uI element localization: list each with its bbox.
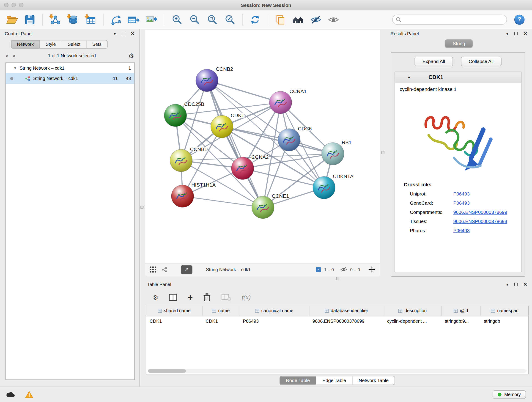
column-header[interactable]: shared name (146, 306, 202, 316)
zoom-fit-button[interactable] (204, 12, 220, 27)
first-neighbors-button[interactable] (290, 12, 306, 27)
save-session-button[interactable] (22, 12, 38, 27)
column-header[interactable]: namespac (481, 306, 529, 316)
expand-all-networks-icon[interactable]: « (4, 54, 10, 57)
network-row[interactable]: String Network – cdk1 11 48 (6, 73, 134, 84)
column-header[interactable]: canonical name (239, 306, 309, 316)
export-table-button[interactable] (126, 12, 142, 27)
crosslink-link[interactable]: 9606.ENSP00000378699 (453, 210, 507, 215)
network-node-CDC25B[interactable] (164, 104, 187, 127)
cell-shared-name[interactable]: CDK1 (146, 316, 202, 326)
horizontal-scrollbar[interactable] (148, 369, 527, 373)
crosslink-link[interactable]: P06493 (453, 191, 469, 197)
crosslink-link[interactable]: 9606.ENSP00000378699 (453, 219, 507, 224)
crosslink-link[interactable]: P06493 (453, 228, 469, 233)
panel-dock-icon[interactable]: ▼ (506, 283, 509, 286)
network-edge[interactable] (207, 80, 263, 207)
panel-float-icon[interactable] (514, 32, 518, 35)
hide-selected-button[interactable] (308, 12, 324, 27)
birdseye-view-icon[interactable] (150, 266, 156, 273)
cell-database-identifier[interactable]: 9606.ENSP00000378699 (309, 316, 384, 326)
column-header[interactable]: description (384, 306, 442, 316)
splitter-handle[interactable] (140, 206, 143, 209)
tab-network[interactable]: Network (11, 40, 40, 48)
collapse-all-networks-icon[interactable]: « (11, 54, 17, 57)
splitter-handle[interactable] (381, 151, 384, 154)
panel-dock-icon[interactable]: ▼ (506, 32, 509, 35)
network-node-CCNA1[interactable] (269, 91, 292, 114)
splitter-handle[interactable] (336, 277, 339, 280)
network-canvas[interactable]: CCNB2CCNA1CDC25BCDK1CDC6RB1CCNB1CCNA2CDK… (145, 30, 380, 263)
show-all-button[interactable] (325, 12, 342, 27)
zoom-in-button[interactable] (169, 12, 185, 27)
panel-float-icon[interactable] (122, 32, 125, 35)
import-network-file-button[interactable] (47, 12, 63, 27)
selected-checkbox-icon[interactable]: ✓ (316, 267, 321, 272)
network-node-CCNB1[interactable] (170, 149, 192, 172)
cell-id[interactable]: stringdb:9... (442, 316, 481, 326)
function-builder-icon[interactable]: f(x) (242, 294, 251, 301)
network-node-RB1[interactable] (322, 143, 344, 165)
collection-disclosure-icon[interactable]: ▼ (13, 66, 17, 70)
search-input[interactable] (404, 17, 503, 22)
new-network-button[interactable] (108, 12, 124, 27)
cell-canonical-name[interactable]: P06493 (239, 316, 309, 326)
crosslink-link[interactable]: P06493 (453, 200, 469, 206)
create-column-icon[interactable]: + (188, 293, 193, 302)
minimize-window-button[interactable] (12, 3, 16, 7)
network-node-HIST1H1A[interactable] (171, 185, 194, 207)
tab-sets[interactable]: Sets (87, 40, 107, 48)
network-collection-row[interactable]: ▼ String Network – cdk1 1 (6, 63, 134, 73)
network-node-CCNA2[interactable] (231, 157, 254, 180)
results-tab-string[interactable]: String (445, 39, 472, 48)
panel-close-icon[interactable]: ✕ (523, 282, 527, 287)
tab-select[interactable]: Select (62, 40, 86, 48)
copy-button[interactable] (272, 12, 289, 27)
network-edge[interactable] (222, 127, 333, 153)
open-session-button[interactable] (4, 12, 20, 27)
share-network-icon[interactable] (162, 267, 167, 272)
network-edge[interactable] (183, 196, 263, 207)
network-node-CCNB2[interactable] (196, 69, 218, 92)
show-columns-icon[interactable] (169, 293, 177, 301)
memory-button[interactable]: Memory (493, 390, 526, 399)
pan-crosshair-icon[interactable] (368, 266, 375, 273)
zoom-selected-button[interactable] (222, 12, 238, 27)
warning-icon[interactable] (25, 391, 33, 398)
cell-description[interactable]: cyclin-dependent ... (384, 316, 442, 326)
tab-node-table[interactable]: Node Table (280, 376, 316, 385)
cloud-icon[interactable] (6, 391, 15, 397)
panel-close-icon[interactable]: ✕ (523, 31, 527, 36)
network-node-CCNE1[interactable] (252, 196, 274, 219)
column-header[interactable]: @id (442, 306, 481, 316)
gene-disclosure-icon[interactable]: ▼ (407, 75, 411, 80)
tab-network-table[interactable]: Network Table (353, 376, 395, 385)
import-network-database-button[interactable] (65, 12, 81, 27)
refresh-layout-button[interactable] (247, 12, 263, 27)
import-table-file-button[interactable] (82, 12, 99, 27)
network-node-CDK1[interactable] (211, 115, 233, 138)
network-edge[interactable] (207, 80, 280, 102)
open-in-new-window-button[interactable]: ↗ (181, 265, 192, 274)
export-image-button[interactable] (143, 12, 159, 27)
panel-dock-icon[interactable]: ▼ (113, 32, 117, 35)
column-header[interactable]: name (202, 306, 240, 316)
column-header[interactable]: database identifier (309, 306, 384, 316)
cell-namespace[interactable]: stringdb (481, 316, 529, 326)
panel-close-icon[interactable]: ✕ (131, 31, 135, 36)
panel-float-icon[interactable] (514, 283, 518, 286)
tab-style[interactable]: Style (40, 40, 62, 48)
cell-name[interactable]: CDK1 (202, 316, 240, 326)
network-options-gear-icon[interactable]: ⚙ (128, 53, 134, 59)
help-button[interactable]: ? (514, 14, 525, 25)
table-row[interactable]: CDK1 CDK1 P06493 9606.ENSP00000378699 cy… (146, 316, 529, 326)
table-options-gear-icon[interactable]: ⚙ (152, 294, 158, 300)
close-window-button[interactable] (4, 3, 8, 7)
scrollbar-thumb[interactable] (148, 369, 186, 373)
zoom-window-button[interactable] (19, 3, 23, 7)
network-node-CDKN1A[interactable] (313, 177, 335, 199)
collapse-all-button[interactable]: Collapse All (461, 57, 501, 66)
tab-edge-table[interactable]: Edge Table (316, 376, 352, 385)
network-node-CDC6[interactable] (278, 128, 300, 151)
zoom-out-button[interactable] (186, 12, 203, 27)
